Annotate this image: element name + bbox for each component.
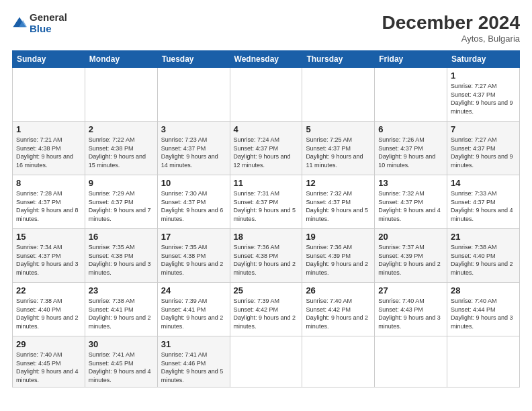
day-number: 23	[89, 285, 154, 295]
day-info: Sunrise: 7:40 AMSunset: 4:43 PMDaylight:…	[378, 297, 443, 330]
calendar-cell	[302, 68, 375, 122]
calendar-cell	[230, 336, 302, 387]
calendar-week-1: 1Sunrise: 7:21 AMSunset: 4:38 PMDaylight…	[13, 122, 520, 175]
calendar-header-row: SundayMondayTuesdayWednesdayThursdayFrid…	[13, 51, 520, 68]
calendar-header-thursday: Thursday	[302, 51, 375, 68]
day-info: Sunrise: 7:38 AMSunset: 4:40 PMDaylight:…	[451, 243, 516, 277]
day-info: Sunrise: 7:36 AMSunset: 4:39 PMDaylight:…	[306, 243, 371, 277]
day-number: 30	[89, 339, 154, 349]
day-info: Sunrise: 7:29 AMSunset: 4:37 PMDaylight:…	[89, 189, 154, 223]
calendar-cell: 25Sunrise: 7:39 AMSunset: 4:42 PMDayligh…	[230, 283, 302, 336]
calendar-cell	[375, 336, 447, 387]
day-number: 9	[89, 178, 154, 188]
day-number: 26	[306, 285, 371, 295]
page: General Blue December 2024 Aytos, Bulgar…	[0, 0, 532, 411]
calendar-week-0: 1Sunrise: 7:27 AMSunset: 4:37 PMDaylight…	[13, 68, 520, 122]
calendar-cell	[375, 68, 447, 122]
day-info: Sunrise: 7:40 AMSunset: 4:42 PMDaylight:…	[306, 297, 371, 330]
calendar-cell: 17Sunrise: 7:35 AMSunset: 4:38 PMDayligh…	[157, 229, 230, 283]
day-number: 2	[89, 124, 154, 134]
calendar-cell: 1Sunrise: 7:21 AMSunset: 4:38 PMDaylight…	[13, 122, 85, 175]
calendar-cell	[302, 336, 375, 387]
calendar-cell: 22Sunrise: 7:38 AMSunset: 4:40 PMDayligh…	[13, 283, 85, 336]
day-info: Sunrise: 7:39 AMSunset: 4:41 PMDaylight:…	[161, 297, 226, 330]
calendar-cell: 28Sunrise: 7:40 AMSunset: 4:44 PMDayligh…	[447, 283, 520, 336]
day-number: 6	[378, 124, 443, 134]
calendar-cell: 5Sunrise: 7:25 AMSunset: 4:37 PMDaylight…	[302, 122, 375, 175]
day-info: Sunrise: 7:40 AMSunset: 4:45 PMDaylight:…	[16, 351, 81, 384]
day-number: 10	[161, 178, 226, 188]
day-number: 28	[451, 285, 516, 295]
calendar-cell: 1Sunrise: 7:27 AMSunset: 4:37 PMDaylight…	[447, 68, 520, 122]
day-info: Sunrise: 7:27 AMSunset: 4:37 PMDaylight:…	[451, 136, 516, 169]
day-number: 16	[89, 232, 154, 242]
calendar-cell	[157, 68, 230, 122]
calendar-header-friday: Friday	[375, 51, 447, 68]
calendar-header-tuesday: Tuesday	[157, 51, 230, 68]
day-info: Sunrise: 7:36 AMSunset: 4:38 PMDaylight:…	[234, 243, 299, 277]
main-title: December 2024	[382, 12, 520, 34]
day-info: Sunrise: 7:27 AMSunset: 4:37 PMDaylight:…	[451, 82, 516, 116]
day-number: 3	[161, 124, 226, 134]
logo-icon	[12, 16, 27, 31]
calendar-cell: 16Sunrise: 7:35 AMSunset: 4:38 PMDayligh…	[85, 229, 157, 283]
day-info: Sunrise: 7:32 AMSunset: 4:37 PMDaylight:…	[306, 189, 371, 223]
calendar-cell: 8Sunrise: 7:28 AMSunset: 4:37 PMDaylight…	[13, 175, 85, 229]
day-info: Sunrise: 7:34 AMSunset: 4:37 PMDaylight:…	[16, 243, 81, 277]
calendar-cell: 23Sunrise: 7:38 AMSunset: 4:41 PMDayligh…	[85, 283, 157, 336]
calendar-week-3: 15Sunrise: 7:34 AMSunset: 4:37 PMDayligh…	[13, 229, 520, 283]
day-info: Sunrise: 7:39 AMSunset: 4:42 PMDaylight:…	[234, 297, 299, 330]
day-info: Sunrise: 7:38 AMSunset: 4:40 PMDaylight:…	[16, 297, 81, 330]
calendar-cell: 6Sunrise: 7:26 AMSunset: 4:37 PMDaylight…	[375, 122, 447, 175]
day-number: 7	[451, 124, 516, 134]
calendar-cell: 15Sunrise: 7:34 AMSunset: 4:37 PMDayligh…	[13, 229, 85, 283]
calendar-week-4: 22Sunrise: 7:38 AMSunset: 4:40 PMDayligh…	[13, 283, 520, 336]
day-info: Sunrise: 7:32 AMSunset: 4:37 PMDaylight:…	[378, 189, 443, 223]
subtitle: Aytos, Bulgaria	[382, 34, 520, 44]
calendar-cell: 2Sunrise: 7:22 AMSunset: 4:38 PMDaylight…	[85, 122, 157, 175]
calendar-cell: 12Sunrise: 7:32 AMSunset: 4:37 PMDayligh…	[302, 175, 375, 229]
day-number: 19	[306, 232, 371, 242]
calendar-cell: 13Sunrise: 7:32 AMSunset: 4:37 PMDayligh…	[375, 175, 447, 229]
logo-text: General Blue	[30, 12, 67, 34]
day-info: Sunrise: 7:31 AMSunset: 4:37 PMDaylight:…	[234, 189, 299, 223]
day-info: Sunrise: 7:35 AMSunset: 4:38 PMDaylight:…	[161, 243, 226, 277]
day-number: 25	[234, 285, 299, 295]
calendar-cell: 18Sunrise: 7:36 AMSunset: 4:38 PMDayligh…	[230, 229, 302, 283]
calendar-cell	[230, 68, 302, 122]
calendar-cell: 10Sunrise: 7:30 AMSunset: 4:37 PMDayligh…	[157, 175, 230, 229]
calendar-table: SundayMondayTuesdayWednesdayThursdayFrid…	[12, 50, 520, 387]
calendar-cell	[13, 68, 85, 122]
day-info: Sunrise: 7:37 AMSunset: 4:39 PMDaylight:…	[378, 243, 443, 277]
calendar-cell: 4Sunrise: 7:24 AMSunset: 4:37 PMDaylight…	[230, 122, 302, 175]
day-number: 21	[451, 232, 516, 242]
calendar-week-2: 8Sunrise: 7:28 AMSunset: 4:37 PMDaylight…	[13, 175, 520, 229]
calendar-cell: 3Sunrise: 7:23 AMSunset: 4:37 PMDaylight…	[157, 122, 230, 175]
day-number: 31	[161, 339, 226, 349]
day-info: Sunrise: 7:26 AMSunset: 4:37 PMDaylight:…	[378, 136, 443, 169]
calendar-cell: 14Sunrise: 7:33 AMSunset: 4:37 PMDayligh…	[447, 175, 520, 229]
logo-blue: Blue	[30, 24, 67, 35]
day-info: Sunrise: 7:24 AMSunset: 4:37 PMDaylight:…	[234, 136, 299, 169]
day-number: 24	[161, 285, 226, 295]
day-number: 15	[16, 232, 81, 242]
calendar-cell: 20Sunrise: 7:37 AMSunset: 4:39 PMDayligh…	[375, 229, 447, 283]
day-number: 13	[378, 178, 443, 188]
day-number: 4	[234, 124, 299, 134]
day-info: Sunrise: 7:22 AMSunset: 4:38 PMDaylight:…	[89, 136, 154, 169]
day-number: 1	[16, 124, 81, 134]
day-number: 20	[378, 232, 443, 242]
day-number: 14	[451, 178, 516, 188]
calendar-cell: 31Sunrise: 7:41 AMSunset: 4:46 PMDayligh…	[157, 336, 230, 387]
logo: General Blue	[12, 12, 67, 34]
day-number: 8	[16, 178, 81, 188]
day-info: Sunrise: 7:30 AMSunset: 4:37 PMDaylight:…	[161, 189, 226, 223]
day-info: Sunrise: 7:38 AMSunset: 4:41 PMDaylight:…	[89, 297, 154, 330]
day-number: 18	[234, 232, 299, 242]
day-number: 29	[16, 339, 81, 349]
day-info: Sunrise: 7:23 AMSunset: 4:37 PMDaylight:…	[161, 136, 226, 169]
calendar-header-saturday: Saturday	[447, 51, 520, 68]
calendar-cell: 9Sunrise: 7:29 AMSunset: 4:37 PMDaylight…	[85, 175, 157, 229]
calendar-cell: 21Sunrise: 7:38 AMSunset: 4:40 PMDayligh…	[447, 229, 520, 283]
day-number: 5	[306, 124, 371, 134]
